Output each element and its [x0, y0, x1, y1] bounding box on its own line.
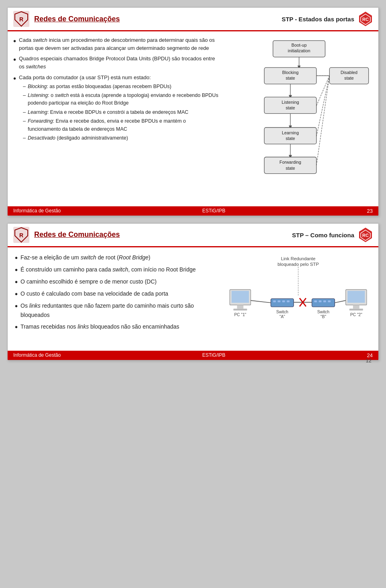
- sub-blocking: Blocking: as portas estão bloqueadas (ap…: [23, 83, 220, 90]
- slide-2-bullets: Faz-se a eleição de um switch de root (R…: [15, 253, 220, 332]
- svg-text:R: R: [19, 232, 23, 238]
- svg-text:state: state: [344, 76, 353, 80]
- svg-rect-57: [323, 300, 326, 302]
- header-icon-2: RC: [357, 226, 374, 244]
- footer-page-1: 23: [367, 208, 373, 214]
- page-number: 12: [366, 358, 372, 364]
- svg-text:Switch: Switch: [317, 310, 329, 314]
- svg-rect-63: [353, 305, 359, 308]
- svg-rect-54: [312, 298, 335, 306]
- slide-2-content: Faz-se a eleição de um switch de root (R…: [15, 253, 220, 347]
- svg-text:Disabled: Disabled: [341, 70, 357, 75]
- svg-text:state: state: [285, 76, 295, 80]
- slide-1-content: Cada switch inicia um procedimento de de…: [13, 36, 220, 201]
- svg-rect-58: [328, 300, 331, 302]
- s2-bullet-1: Faz-se a eleição de um switch de root (R…: [15, 253, 220, 263]
- svg-text:state: state: [285, 136, 295, 141]
- svg-text:Learning: Learning: [282, 130, 299, 135]
- s2-bullet-5: Os links reduntantes que não fazem parte…: [15, 301, 220, 320]
- svg-rect-49: [277, 300, 280, 302]
- slide-1-footer: Informática de Gestão ESTiG/IPB 23: [8, 206, 378, 216]
- svg-rect-56: [318, 300, 321, 302]
- svg-rect-43: [232, 291, 249, 303]
- slide-2: R Redes de Comunicações STP – Como funci…: [7, 223, 379, 360]
- bullet-1: Cada switch inicia um procedimento de de…: [13, 36, 220, 52]
- bullet-2: Quadros especiais chamados Bridge Protoc…: [13, 55, 220, 71]
- svg-rect-44: [237, 305, 243, 308]
- network-diagram-svg: Link Redundante bloqueado pelo STP PC "1…: [225, 253, 371, 344]
- slide-2-title: Redes de Comunicações: [34, 230, 120, 239]
- svg-line-30: [316, 76, 329, 136]
- slide-2-subtitle: STP – Como funciona: [292, 231, 354, 238]
- svg-text:Forwarding: Forwarding: [279, 160, 301, 164]
- footer-left-2: Informática de Gestão: [13, 352, 61, 358]
- svg-text:Listening: Listening: [281, 100, 299, 105]
- header-icon: RC: [357, 10, 374, 28]
- svg-text:R: R: [19, 16, 23, 23]
- slide-2-header: R Redes de Comunicações STP – Como funci…: [8, 224, 378, 247]
- svg-text:bloqueado pelo STP: bloqueado pelo STP: [277, 262, 319, 267]
- slide-1-title: Redes de Comunicações: [34, 15, 120, 23]
- sub-listening: Listening: o switch está à escuta (apren…: [23, 92, 220, 107]
- svg-rect-55: [314, 300, 317, 302]
- svg-text:RC: RC: [362, 233, 369, 238]
- svg-text:"B": "B": [320, 315, 326, 319]
- svg-text:"A": "A": [279, 315, 285, 319]
- sub-desactivado: Desactivado (desligado administrativamen…: [23, 134, 220, 142]
- sub-forwarding: Forwarding: Envia e recebe dados, envia …: [23, 117, 220, 133]
- svg-rect-45: [233, 308, 247, 310]
- svg-line-70: [335, 300, 345, 303]
- slide-1-body: Cada switch inicia um procedimento de de…: [8, 31, 378, 206]
- s2-bullet-3: O caminho escolhido é sempre o de menor …: [15, 277, 220, 287]
- footer-left-1: Informática de Gestão: [13, 208, 61, 214]
- slide-1-subtitle: STP - Estados das portas: [281, 16, 354, 23]
- slide-2-body: Faz-se a eleição de um switch de root (R…: [8, 247, 378, 351]
- slide-1: R Redes de Comunicações STP - Estados da…: [7, 7, 379, 216]
- svg-rect-64: [349, 308, 363, 310]
- svg-rect-50: [282, 300, 285, 302]
- svg-text:state: state: [285, 166, 295, 171]
- svg-text:state: state: [285, 105, 295, 110]
- svg-line-66: [250, 300, 271, 303]
- svg-text:initialization: initialization: [287, 48, 310, 53]
- slide-2-footer: Informática de Gestão ESTiG/IPB 24: [8, 351, 378, 360]
- slide-1-diagram: Boot-up initialization Blocking state Di…: [225, 36, 373, 201]
- slide-1-bullets: Cada switch inicia um procedimento de de…: [13, 36, 220, 143]
- bullet-3: Cada porta do comutador (a usar STP) est…: [13, 74, 220, 144]
- svg-rect-62: [347, 291, 365, 303]
- svg-text:Switch: Switch: [276, 310, 288, 314]
- svg-line-29: [316, 76, 329, 106]
- svg-rect-51: [287, 300, 290, 302]
- svg-line-31: [316, 76, 329, 165]
- svg-text:PC "2": PC "2": [350, 312, 362, 317]
- logo-icon: R: [12, 10, 30, 28]
- svg-text:RC: RC: [362, 17, 369, 22]
- svg-text:Link Redundante: Link Redundante: [281, 256, 315, 261]
- stp-states-svg: Boot-up initialization Blocking state Di…: [225, 36, 373, 201]
- svg-rect-48: [273, 300, 276, 302]
- sub-learning: Learning: Envia e recebe BDPUs e constró…: [23, 109, 220, 116]
- sub-list-1: Blocking: as portas estão bloqueadas (ap…: [19, 83, 220, 142]
- svg-rect-47: [271, 298, 294, 306]
- slide-2-diagram: Link Redundante bloqueado pelo STP PC "1…: [225, 253, 371, 347]
- svg-text:PC "1": PC "1": [234, 312, 246, 317]
- footer-center-1: ESTiG/IPB: [202, 208, 226, 214]
- s2-bullet-2: É construído um caminho para cada switch…: [15, 265, 220, 275]
- footer-center-2: ESTiG/IPB: [202, 352, 226, 358]
- svg-text:Boot-up: Boot-up: [291, 43, 306, 47]
- slide-1-header: R Redes de Comunicações STP - Estados da…: [8, 8, 378, 31]
- logo-icon-2: R: [12, 226, 30, 244]
- svg-text:Blocking: Blocking: [282, 70, 298, 75]
- s2-bullet-6: Tramas recebidas nos links bloqueados nã…: [15, 322, 220, 332]
- s2-bullet-4: O custo é calculado com base na velocida…: [15, 289, 220, 299]
